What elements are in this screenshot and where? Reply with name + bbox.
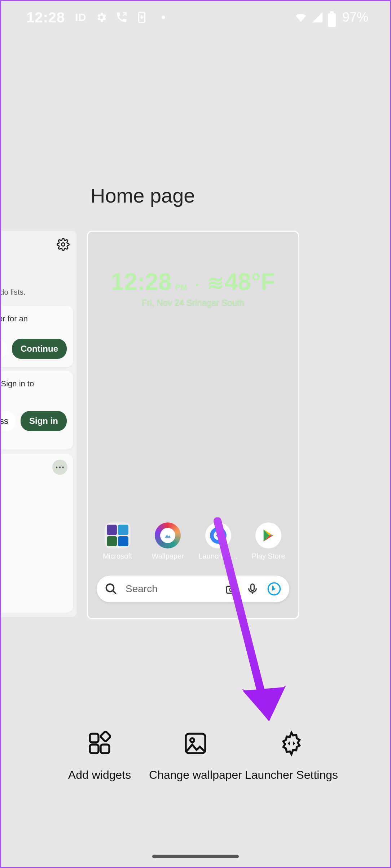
- gesture-nav-bar[interactable]: [152, 855, 239, 858]
- dot-icon: [162, 16, 165, 19]
- clock-weather-widget[interactable]: 12:28PM · ≋ 48°F Fri, Nov 24 Srinagar So…: [88, 268, 298, 308]
- more-icon[interactable]: ⋯: [52, 460, 67, 475]
- svg-rect-11: [90, 734, 98, 742]
- dismiss-button[interactable]: ismiss: [1, 411, 16, 431]
- preview-carousel: on ents, and to-do lists. ult launcher f…: [1, 231, 390, 624]
- svg-point-3: [62, 243, 65, 246]
- app-label: Play Store: [247, 552, 290, 560]
- bottom-actions: Add widgets Change wallpaper Launcher Se…: [1, 730, 390, 783]
- folder-icon: [105, 522, 131, 548]
- svg-rect-1: [328, 13, 336, 27]
- app-label: Microsoft: [96, 552, 139, 560]
- app-play-store[interactable]: Play Store: [247, 522, 290, 560]
- card-text: fingertips. Sign in to: [1, 379, 67, 389]
- wallpaper-icon: [183, 730, 208, 756]
- svg-point-16: [190, 738, 194, 742]
- battery-icon: [328, 11, 336, 23]
- svg-marker-17: [242, 685, 286, 721]
- page-title: Home page: [91, 184, 195, 207]
- widget-temperature: 48°F: [225, 268, 275, 295]
- action-label: Launcher Settings: [245, 767, 338, 783]
- continue-button[interactable]: Continue: [12, 339, 67, 359]
- launcher-gear-icon: [205, 522, 231, 548]
- search-placeholder: Search: [126, 583, 217, 595]
- widgets-icon: [87, 730, 113, 756]
- weather-fog-icon: ≋: [207, 271, 221, 295]
- phone-missed-icon: [115, 11, 128, 23]
- svg-rect-9: [251, 584, 254, 591]
- status-bar: 12:28 ID 97%: [1, 1, 390, 34]
- wallpaper-icon: [155, 522, 181, 548]
- signal-icon: [311, 11, 324, 23]
- sign-in-button[interactable]: Sign in: [21, 411, 67, 431]
- app-launcher-settings[interactable]: Launcher …: [197, 522, 240, 560]
- separator-icon: ·: [195, 277, 199, 293]
- status-time: 12:28: [26, 9, 65, 26]
- home-page-preview[interactable]: 12:28PM · ≋ 48°F Fri, Nov 24 Srinagar So…: [87, 231, 299, 619]
- app-label: Wallpaper: [146, 552, 189, 560]
- bing-icon[interactable]: [267, 582, 281, 596]
- feed-card[interactable]: fingertips. Sign in to ismiss Sign in: [1, 371, 73, 450]
- launcher-settings-button[interactable]: Launcher Settings: [245, 730, 338, 783]
- widget-time: 12:28: [111, 268, 172, 295]
- app-wallpaper[interactable]: Wallpaper: [146, 522, 189, 560]
- wifi-icon: [295, 11, 307, 23]
- svg-rect-14: [100, 731, 111, 742]
- svg-point-8: [230, 588, 234, 592]
- search-icon: [105, 582, 118, 595]
- add-widgets-button[interactable]: Add widgets: [53, 730, 146, 783]
- id-icon: ID: [75, 11, 87, 23]
- app-dock: Microsoft Wallpaper Launcher …: [88, 522, 298, 560]
- feed-page-preview[interactable]: on ents, and to-do lists. ult launcher f…: [1, 231, 77, 617]
- card-text: ult launcher for an: [1, 314, 67, 324]
- feed-subtitle: ents, and to-do lists.: [1, 288, 26, 296]
- folder-microsoft[interactable]: Microsoft: [96, 522, 139, 560]
- svg-rect-13: [101, 745, 109, 753]
- change-wallpaper-button[interactable]: Change wallpaper: [149, 730, 242, 783]
- camera-icon[interactable]: [225, 582, 238, 595]
- download-icon: [136, 11, 148, 23]
- microphone-icon[interactable]: [246, 582, 259, 595]
- battery-percent: 97%: [342, 10, 368, 25]
- feed-card[interactable]: ult launcher for an miss Continue: [1, 306, 73, 367]
- widget-ampm: PM: [175, 283, 187, 292]
- app-label: Launcher …: [197, 552, 240, 560]
- svg-point-5: [214, 531, 223, 540]
- play-store-icon: [255, 522, 281, 548]
- gear-icon: [95, 11, 107, 23]
- settings-arrows-icon: [278, 730, 304, 756]
- svg-rect-12: [90, 745, 98, 753]
- action-label: Add widgets: [53, 767, 146, 783]
- action-label: Change wallpaper: [149, 767, 242, 783]
- search-bar[interactable]: Search: [97, 576, 289, 602]
- svg-rect-7: [227, 586, 237, 594]
- svg-point-6: [106, 584, 114, 592]
- dismiss-button[interactable]: miss: [1, 339, 7, 359]
- svg-rect-2: [330, 11, 334, 13]
- feed-card[interactable]: ⋯ ntments: [1, 454, 73, 613]
- gear-icon[interactable]: [57, 238, 70, 251]
- widget-date-location: Fri, Nov 24 Srinagar South: [88, 298, 298, 308]
